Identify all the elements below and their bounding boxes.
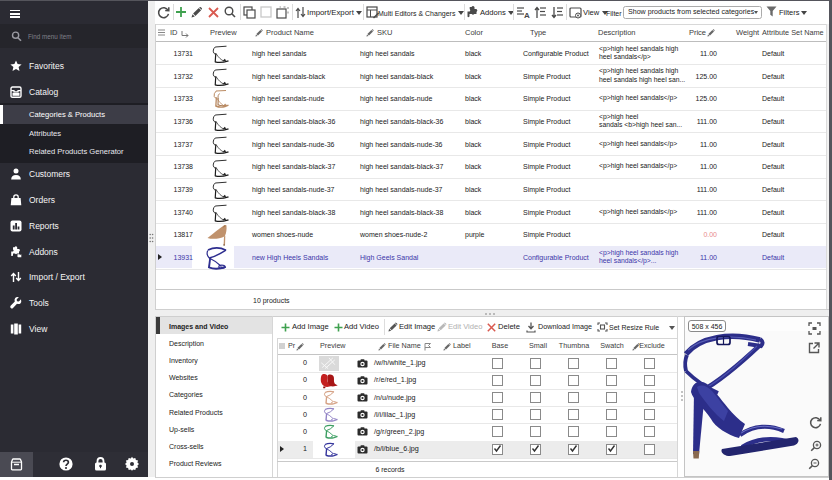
svg-text:A: A — [524, 11, 530, 20]
